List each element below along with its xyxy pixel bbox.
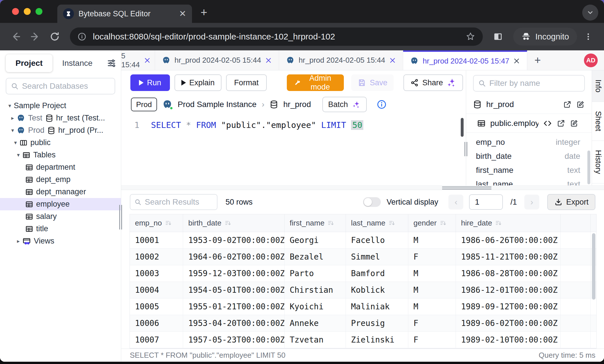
tree-item-schema-public[interactable]: ▾public: [0, 136, 121, 149]
table-row[interactable]: 100071957-05-23T00:00:00ZTzvetanZielinsk…: [130, 332, 596, 348]
tree-item-table-salary[interactable]: salary: [0, 210, 121, 223]
tab-instance[interactable]: Instance: [52, 54, 102, 72]
new-sheet-button[interactable]: +: [527, 50, 548, 70]
tree-item-table-dept-manager[interactable]: dept_manager: [0, 186, 121, 198]
database-name[interactable]: hr_prod: [283, 100, 311, 109]
sql-code[interactable]: SELECT * FROM "public"."employee" LIMIT …: [151, 120, 363, 130]
side-tab-info[interactable]: Info: [592, 70, 604, 102]
horizontal-splitter[interactable]: [121, 185, 604, 190]
sort-icon[interactable]: [440, 219, 447, 227]
column-header-first_name[interactable]: first_name: [285, 214, 346, 232]
save-button[interactable]: Save: [351, 74, 394, 91]
close-icon[interactable]: [144, 57, 151, 64]
database-row[interactable]: hr_prod: [466, 95, 592, 114]
sort-icon[interactable]: [224, 219, 232, 227]
sort-icon[interactable]: [388, 219, 396, 227]
side-tab-history[interactable]: History: [592, 141, 604, 183]
results-search[interactable]: [130, 194, 217, 210]
close-window-button[interactable]: [12, 8, 19, 15]
search-results-input[interactable]: [145, 197, 213, 207]
close-icon[interactable]: [513, 58, 520, 64]
editor-tab[interactable]: hr_prod 2024-02-05 15:47: [403, 50, 527, 70]
column-header-gender[interactable]: gender: [408, 214, 456, 232]
caret-down-icon[interactable]: ▾: [11, 139, 19, 146]
reload-icon[interactable]: [46, 28, 63, 45]
info-icon[interactable]: [376, 99, 387, 110]
table-row[interactable]: 100041954-05-01T00:00:00ZChirstianKoblic…: [130, 282, 596, 298]
tab-project[interactable]: Project: [6, 54, 52, 72]
sql-editor[interactable]: 1 SELECT * FROM "public"."employee" LIMI…: [121, 116, 466, 185]
column-header-last_name[interactable]: last_name: [346, 214, 408, 232]
editor-tab[interactable]: 5 15:44: [121, 50, 155, 70]
share-button[interactable]: Share: [403, 74, 463, 91]
url-bar[interactable]: localhost:8080/sql-editor/prod-sample-in…: [70, 27, 483, 46]
caret-right-icon[interactable]: ▸: [14, 238, 22, 244]
tree-item-table-dept-emp[interactable]: dept_emp: [0, 173, 121, 186]
admin-mode-button[interactable]: Admin mode: [287, 74, 344, 91]
schema-filter[interactable]: [473, 75, 585, 92]
editor-tab[interactable]: hr_prod 2024-02-05 15:44: [155, 50, 279, 70]
maximize-window-button[interactable]: [36, 8, 42, 15]
url-text[interactable]: localhost:8080/sql-editor/prod-sample-in…: [93, 32, 466, 41]
filter-by-name-input[interactable]: [489, 79, 580, 88]
tree-item-table-title[interactable]: title: [0, 223, 121, 235]
close-icon[interactable]: [389, 57, 396, 64]
next-page-button[interactable]: ›: [524, 195, 539, 209]
page-input[interactable]: [469, 194, 503, 210]
page-number-input[interactable]: [475, 197, 497, 207]
minimize-window-button[interactable]: [24, 8, 31, 15]
bookmark-star-icon[interactable]: [466, 32, 475, 41]
panel-resize-handle[interactable]: [464, 142, 468, 156]
run-button[interactable]: Run: [130, 74, 170, 91]
column-header-birth_date[interactable]: birth_date: [183, 214, 285, 232]
environment-chip[interactable]: Prod: [131, 98, 157, 111]
tree-item-sample-project[interactable]: ▾Sample Project: [0, 100, 121, 112]
caret-down-icon[interactable]: ▾: [9, 127, 17, 134]
table-row[interactable]: 100021964-06-02T00:00:00ZBezalelSimmelF1…: [130, 249, 596, 265]
site-info-icon[interactable]: [77, 32, 87, 41]
prev-page-button[interactable]: ‹: [448, 195, 463, 209]
export-button[interactable]: Export: [547, 194, 595, 210]
close-tab-icon[interactable]: ✕: [179, 9, 186, 18]
tree-item-table-employee[interactable]: employee: [0, 198, 121, 210]
editor-tab[interactable]: hr_prod 2024-02-05 15:44: [279, 50, 403, 70]
tab-search-chevron-icon[interactable]: [582, 5, 598, 21]
table-row[interactable]: 100051955-01-21T00:00:00ZKyoichiMaliniak…: [130, 298, 596, 315]
sidebar-resize-handle[interactable]: [119, 205, 123, 230]
table-row[interactable]: 100011953-09-02T00:00:00ZGeorgiFacelloM1…: [130, 232, 596, 249]
forward-icon[interactable]: [27, 28, 44, 45]
edit-icon[interactable]: [570, 119, 578, 128]
column-header-emp_no[interactable]: emp_no: [130, 214, 183, 232]
back-icon[interactable]: [7, 28, 24, 45]
tree-item-db-hr-test[interactable]: ▸Testhr_test (Test...: [0, 112, 121, 124]
caret-down-icon[interactable]: ▾: [6, 102, 14, 109]
avatar[interactable]: AD: [584, 54, 598, 67]
splitter-handle[interactable]: [442, 187, 491, 189]
table-row[interactable]: 100031959-12-03T00:00:00ZPartoBamfordM19…: [130, 265, 596, 282]
column-item-birth_date[interactable]: birth_datedate: [466, 149, 592, 163]
column-item-last_name[interactable]: last_nametext: [466, 177, 592, 185]
vertical-display-toggle[interactable]: [363, 197, 381, 207]
tree-item-views-group[interactable]: ▸Views: [0, 235, 121, 247]
editor-scrollbar[interactable]: [461, 118, 464, 137]
edit-icon[interactable]: [576, 100, 585, 109]
tree-item-table-department[interactable]: department: [0, 161, 121, 173]
tree-item-tables-group[interactable]: ▾Tables: [0, 149, 121, 161]
search-databases-input[interactable]: [22, 82, 110, 91]
database-search[interactable]: [6, 78, 115, 94]
batch-mode-button[interactable]: Batch: [322, 97, 367, 112]
side-panel-icon[interactable]: [490, 28, 506, 45]
caret-down-icon[interactable]: ▾: [14, 152, 22, 158]
tree-item-db-hr-prod[interactable]: ▾Prodhr_prod (Pr...: [0, 124, 121, 136]
instance-name[interactable]: Prod Sample Instance: [178, 100, 257, 109]
table-row[interactable]: 100061953-04-20T00:00:00ZAnnekePreusigF1…: [130, 315, 596, 332]
column-item-emp_no[interactable]: emp_nointeger: [466, 135, 592, 149]
new-tab-button[interactable]: +: [201, 6, 207, 19]
column-header-hire_date[interactable]: hire_date: [456, 214, 561, 232]
code-icon[interactable]: [543, 119, 552, 128]
sort-icon[interactable]: [165, 219, 172, 227]
caret-right-icon[interactable]: ▸: [9, 115, 17, 121]
results-scrollbar[interactable]: [592, 233, 595, 300]
column-list-scrollbar[interactable]: [587, 151, 590, 184]
browser-tab[interactable]: Bytebase SQL Editor ✕: [57, 5, 192, 23]
